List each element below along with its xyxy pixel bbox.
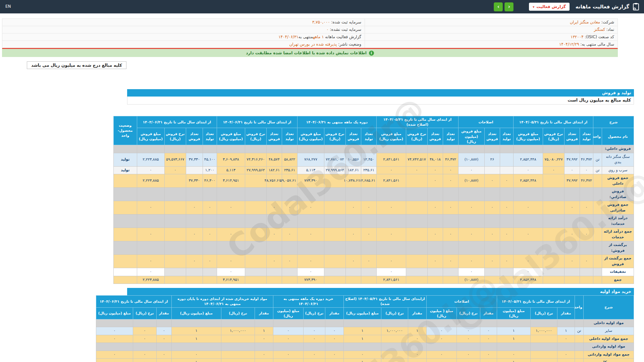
table-cell xyxy=(443,215,458,228)
table-cell xyxy=(113,228,137,241)
table-cell: ۲۷,۹۹۹,۵۶۲ xyxy=(324,166,345,174)
section-title-production-sales: تولید و فروش xyxy=(127,89,634,97)
table-cell: ۰ xyxy=(137,255,164,268)
row-label: جمع مواد اولیه داخلی xyxy=(584,335,634,343)
table-cell xyxy=(171,319,221,327)
column-header: از ابتدای سال مالی تا تاریخ ۱۴۰۳/۰۶/۳۱ xyxy=(96,296,171,307)
table-row: جمع برگشت از فروش۰۰۰۰۰۰۰۰۰۰۰۰۰۰۰۰۰۰ xyxy=(113,255,634,268)
table-cell xyxy=(376,241,406,255)
table-cell: ۰ xyxy=(427,201,443,215)
table-cell: ۰ xyxy=(565,255,580,268)
table-cell xyxy=(324,201,345,215)
table-cell: ۱ xyxy=(497,359,530,362)
table-cell xyxy=(406,255,427,268)
table-cell xyxy=(381,343,408,351)
table-cell: ۰ xyxy=(133,359,156,362)
table-cell xyxy=(217,241,245,255)
table-cell: ۰ xyxy=(137,228,164,241)
table-cell xyxy=(531,319,557,327)
table-cell xyxy=(376,145,406,153)
table-cell: ۷۲,۷۸۱,۰۷۲ xyxy=(324,153,345,166)
table-cell xyxy=(593,241,602,255)
table-cell xyxy=(543,174,565,188)
table-cell: ۰ xyxy=(457,359,480,362)
table-cell xyxy=(443,276,458,284)
table-cell xyxy=(531,359,557,362)
column-header: نرخ (ریال) xyxy=(381,307,408,319)
table-cell xyxy=(500,188,513,201)
table-cell: ۰ xyxy=(376,268,406,276)
next-report-button[interactable]: ‹ xyxy=(504,2,514,11)
company-info-row: کد صنعت (ISIC): ۱۳۲۰۰۴گزارش فعالیت ماهان… xyxy=(2,34,618,41)
table-cell xyxy=(458,145,484,153)
info-label: شرکت: xyxy=(601,20,614,24)
table-cell xyxy=(324,145,345,153)
table-cell xyxy=(381,351,408,359)
table-cell: ۱ xyxy=(171,327,221,335)
table-cell xyxy=(245,145,266,153)
table-cell: ۵۹,۰۵۷.۶۱ xyxy=(282,174,297,188)
table-cell xyxy=(164,255,186,268)
company-info-cell: سال مالی منتهی به: ۱۴۰۴/۱۲/۲۹ xyxy=(365,41,618,48)
signature-notice-text: اطلاعات نمایش داده شده با اطلاعات امضا ش… xyxy=(246,51,367,55)
table-cell xyxy=(273,319,303,327)
table-cell: ۰ xyxy=(156,335,171,343)
table-cell: ۰ xyxy=(303,335,325,343)
table-cell xyxy=(593,276,602,284)
row-group-label: درآمد ارائه خدمات: xyxy=(602,215,634,228)
table-cell: ۱۲,۴۵۰ xyxy=(361,153,376,166)
language-switch-link[interactable]: EN xyxy=(5,4,11,9)
column-header: مقدار xyxy=(255,307,273,319)
row-label: سایر xyxy=(584,327,634,335)
report-body: @Codal360.ir @Codal360.ir @Codal360.ir ت… xyxy=(127,89,634,362)
table-cell xyxy=(345,268,361,276)
table-cell: ۰ xyxy=(266,228,282,241)
table-cell xyxy=(580,145,593,153)
table-cell xyxy=(113,255,137,268)
column-header: از ابتدای سال مالی تا تاریخ ۱۴۰۴/۰۵/۳۱ (… xyxy=(376,116,458,128)
table-cell: ۷۴,۳۱۶,۲۶۰ xyxy=(245,153,266,166)
table-cell xyxy=(133,319,156,327)
table-cell xyxy=(381,335,408,343)
column-header: تعداد فروش xyxy=(565,128,580,145)
table-cell xyxy=(245,188,266,201)
company-info-cell: شرکت: معادن منگنز ایران xyxy=(365,19,618,26)
table-cell: ۰ xyxy=(217,255,245,268)
report-type-button[interactable]: گزارش فعالیت ▾ xyxy=(529,3,569,11)
table-cell xyxy=(443,188,458,201)
table-cell xyxy=(593,188,602,201)
table-cell: ۳,۶۰۹,۸۳۸ xyxy=(217,153,245,166)
column-header: مبلغ (میلیون ریال) xyxy=(96,307,133,319)
column-header: تعداد تولید xyxy=(361,128,376,145)
table-cell xyxy=(137,241,164,255)
table-cell: ۰ xyxy=(480,351,497,359)
table-cell xyxy=(282,241,297,255)
table-cell: ۰ xyxy=(96,359,133,362)
table-cell xyxy=(343,343,381,351)
column-header: تعداد فروش xyxy=(427,128,443,145)
section-title-raw-materials: خرید مواد اولیه xyxy=(127,288,634,295)
table-cell: ۰ xyxy=(580,166,593,174)
table-cell: ۷۷۳,۳۹۰ xyxy=(297,174,324,188)
table-cell xyxy=(203,241,217,255)
table-cell xyxy=(531,343,557,351)
table-cell: ۱,۲۰۰ xyxy=(203,166,217,174)
table-cell: ۰ xyxy=(297,268,324,276)
table-cell xyxy=(593,145,602,153)
table-cell xyxy=(266,215,282,228)
table-cell xyxy=(427,241,443,255)
table-row: فروش صادراتي: xyxy=(113,188,634,201)
table-cell xyxy=(458,188,484,201)
column-header: شرح xyxy=(593,116,634,128)
column-header: تعداد فروش xyxy=(345,128,361,145)
table-cell xyxy=(203,215,217,228)
info-value: کمنگنز xyxy=(594,27,605,32)
table-cell: ۱۲,۶۸۵.۶۱ xyxy=(361,174,376,188)
table-cell xyxy=(203,188,217,201)
table-cell: ۰ xyxy=(282,201,297,215)
table-cell: ۰ xyxy=(565,166,580,174)
table-cell: ۰ xyxy=(325,359,343,362)
table-cell: ۷۵,۰۸۰,۲۲۷ xyxy=(543,153,565,166)
table-cell: ۰ xyxy=(303,327,325,335)
prev-report-button[interactable]: › xyxy=(494,2,503,11)
